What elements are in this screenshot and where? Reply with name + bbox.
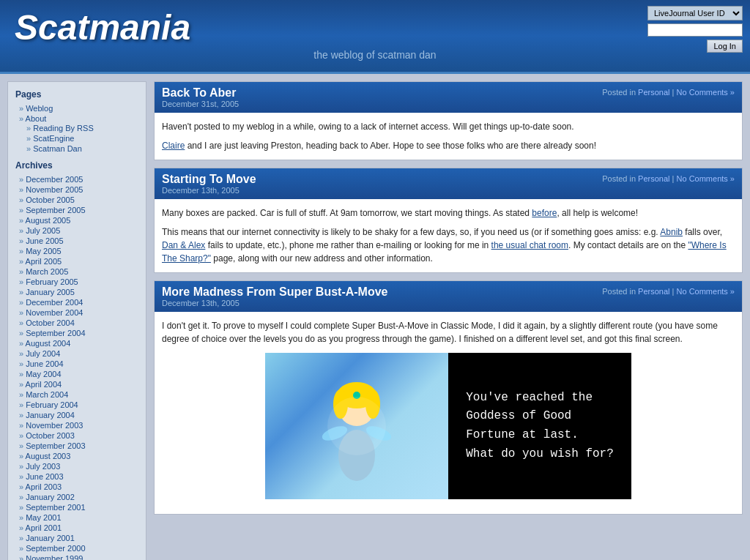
sidebar-item-scatmandan[interactable]: Scatman Dan: [26, 143, 138, 154]
archive-link[interactable]: May 2004: [26, 370, 61, 378]
archive-item[interactable]: February 2005: [19, 277, 138, 287]
post-comments-link[interactable]: No Comments »: [677, 88, 735, 97]
archive-link[interactable]: March 2005: [26, 267, 68, 276]
weblog-link[interactable]: Weblog: [26, 104, 53, 113]
archive-item[interactable]: July 2004: [19, 348, 138, 359]
archive-link[interactable]: November 2003: [26, 421, 83, 430]
archive-link[interactable]: January 2001: [26, 534, 75, 542]
archive-item[interactable]: March 2005: [19, 266, 138, 277]
dan-alex-link[interactable]: Dan & Alex: [162, 240, 205, 250]
archive-link[interactable]: June 2003: [26, 472, 63, 481]
archive-item[interactable]: October 2004: [19, 318, 138, 328]
sidebar-item-weblog[interactable]: Weblog: [19, 103, 138, 113]
about-link[interactable]: About: [26, 114, 47, 123]
post-category-link[interactable]: Personal: [638, 88, 669, 97]
sidebar-item-scatengine[interactable]: ScatEngine: [26, 133, 138, 143]
archive-link[interactable]: February 2005: [26, 277, 78, 286]
archive-item[interactable]: July 2005: [19, 225, 138, 236]
archive-item[interactable]: March 2004: [19, 389, 138, 400]
archive-item[interactable]: September 2004: [19, 328, 138, 338]
rss-link[interactable]: Reading By RSS: [33, 124, 94, 132]
archive-item[interactable]: April 2004: [19, 379, 138, 389]
archive-item[interactable]: April 2001: [19, 523, 138, 533]
archive-item[interactable]: January 2002: [19, 492, 138, 502]
archive-link[interactable]: November 1999: [26, 554, 83, 560]
archive-item[interactable]: December 2005: [19, 174, 138, 184]
archive-item[interactable]: April 2003: [19, 482, 138, 492]
archive-link[interactable]: February 2004: [26, 400, 78, 409]
archive-item[interactable]: May 2001: [19, 512, 138, 523]
archive-item[interactable]: November 2005: [19, 184, 138, 195]
archive-link[interactable]: May 2001: [26, 513, 61, 522]
archive-item[interactable]: September 2001: [19, 502, 138, 512]
archive-item[interactable]: January 2004: [19, 410, 138, 420]
archive-item[interactable]: December 2004: [19, 297, 138, 307]
post-category-link[interactable]: Personal: [638, 287, 669, 296]
archive-link[interactable]: September 2003: [26, 441, 85, 450]
archive-item[interactable]: September 2000: [19, 543, 138, 553]
lj-userid-input[interactable]: [647, 23, 743, 37]
archive-item[interactable]: August 2005: [19, 215, 138, 225]
archive-link[interactable]: July 2005: [26, 226, 60, 235]
archive-link[interactable]: December 2005: [26, 175, 83, 184]
archive-link[interactable]: May 2005: [26, 247, 61, 255]
archive-link[interactable]: September 2000: [26, 544, 85, 553]
archive-item[interactable]: November 2004: [19, 307, 138, 318]
archive-item[interactable]: January 2001: [19, 533, 138, 543]
archive-link[interactable]: April 2001: [26, 523, 62, 532]
archive-link[interactable]: April 2005: [26, 257, 62, 266]
claire-link[interactable]: Claire: [162, 141, 185, 151]
archive-link[interactable]: July 2003: [26, 462, 60, 471]
archive-link[interactable]: June 2005: [26, 236, 63, 245]
archive-item[interactable]: November 2003: [19, 420, 138, 430]
archive-link[interactable]: September 2005: [26, 206, 85, 214]
scatengine-link[interactable]: ScatEngine: [33, 134, 74, 143]
archive-item[interactable]: February 2004: [19, 400, 138, 410]
archive-link[interactable]: October 2004: [26, 318, 75, 327]
archive-item[interactable]: June 2003: [19, 471, 138, 482]
archive-item[interactable]: July 2003: [19, 461, 138, 471]
archive-link[interactable]: August 2005: [26, 216, 71, 225]
post-comments-link[interactable]: No Comments »: [677, 174, 735, 183]
archive-item[interactable]: April 2005: [19, 256, 138, 266]
archive-item[interactable]: September 2003: [19, 441, 138, 451]
lj-login-button[interactable]: Log In: [707, 40, 743, 53]
archive-item[interactable]: August 2003: [19, 451, 138, 461]
where-is-sharp-link[interactable]: "Where Is The Sharp?": [162, 240, 727, 264]
chat-room-link[interactable]: the usual chat room: [491, 240, 568, 250]
archive-link[interactable]: December 2004: [26, 298, 83, 307]
abnib-link[interactable]: Abnib: [660, 227, 683, 237]
archive-link[interactable]: November 2005: [26, 185, 83, 194]
archive-link[interactable]: January 2002: [26, 493, 75, 501]
lj-user-type-select[interactable]: LiveJournal User ID OpenID: [647, 6, 743, 20]
archive-link[interactable]: July 2004: [26, 349, 60, 358]
archive-item[interactable]: October 2005: [19, 195, 138, 205]
archive-item[interactable]: September 2005: [19, 205, 138, 215]
sidebar-item-rss[interactable]: Reading By RSS: [26, 123, 138, 133]
scatmandan-link[interactable]: Scatman Dan: [33, 144, 82, 153]
archive-item[interactable]: June 2004: [19, 359, 138, 369]
archive-link[interactable]: April 2003: [26, 482, 62, 491]
archive-link[interactable]: November 2004: [26, 308, 83, 317]
archive-item[interactable]: May 2004: [19, 369, 138, 379]
post-comments-link[interactable]: No Comments »: [677, 287, 735, 296]
archive-item[interactable]: November 1999: [19, 553, 138, 560]
archive-link[interactable]: October 2003: [26, 431, 75, 440]
sidebar-item-about[interactable]: About Reading By RSS ScatEngine Scatman …: [19, 113, 138, 154]
archive-link[interactable]: April 2004: [26, 380, 62, 389]
archive-link[interactable]: June 2004: [26, 359, 63, 368]
archive-item[interactable]: August 2004: [19, 338, 138, 348]
archive-link[interactable]: January 2005: [26, 288, 75, 296]
archive-link[interactable]: September 2004: [26, 329, 85, 337]
before-link[interactable]: before: [532, 208, 557, 218]
archive-link[interactable]: August 2003: [26, 452, 71, 460]
archive-item[interactable]: October 2003: [19, 430, 138, 441]
archive-item[interactable]: January 2005: [19, 287, 138, 297]
archive-link[interactable]: March 2004: [26, 390, 68, 399]
archive-item[interactable]: May 2005: [19, 246, 138, 256]
post-category-link[interactable]: Personal: [638, 174, 669, 183]
archive-link[interactable]: January 2004: [26, 411, 75, 419]
archive-link[interactable]: August 2004: [26, 339, 71, 348]
archive-item[interactable]: June 2005: [19, 236, 138, 246]
archive-link[interactable]: September 2001: [26, 503, 85, 512]
